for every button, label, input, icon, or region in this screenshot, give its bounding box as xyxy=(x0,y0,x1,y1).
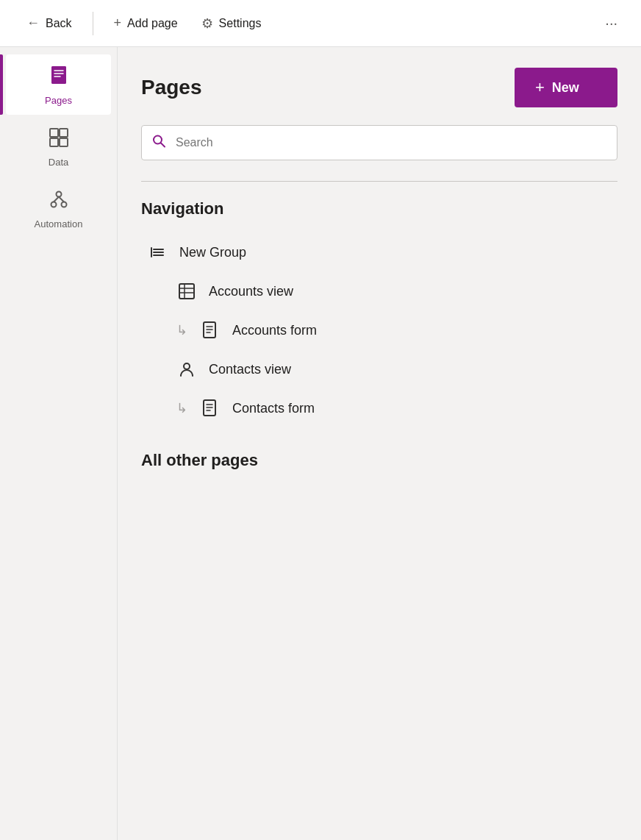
nav-item-contacts-form[interactable]: ↳ Contacts form xyxy=(141,389,617,427)
contacts-form-icon xyxy=(200,399,221,417)
automation-icon xyxy=(48,188,70,216)
more-icon: ··· xyxy=(605,15,617,31)
settings-label: Settings xyxy=(219,17,262,30)
settings-button[interactable]: ⚙ Settings xyxy=(193,10,271,38)
navigation-group: New Group Accounts view ↳ xyxy=(141,233,617,427)
svg-rect-2 xyxy=(50,129,58,137)
nav-item-contacts-form-label: Contacts form xyxy=(232,401,315,416)
svg-rect-4 xyxy=(50,138,58,146)
contacts-view-icon xyxy=(176,360,197,379)
sidebar-item-pages-label: Pages xyxy=(45,95,72,106)
new-button[interactable]: + New xyxy=(515,68,617,107)
nav-item-accounts-form[interactable]: ↳ Accounts form xyxy=(141,311,617,349)
sub-arrow-accounts: ↳ xyxy=(176,322,187,338)
list-icon xyxy=(147,243,168,261)
back-label: Back xyxy=(46,17,72,30)
svg-point-25 xyxy=(184,363,190,369)
nav-item-contacts-view[interactable]: Contacts view xyxy=(141,349,617,389)
add-icon: + xyxy=(114,15,122,31)
sidebar-item-data[interactable]: Data xyxy=(6,118,111,177)
pages-icon xyxy=(47,63,71,92)
page-title: Pages xyxy=(141,76,202,99)
accounts-form-icon xyxy=(200,321,221,339)
all-other-pages-title: All other pages xyxy=(141,451,617,470)
main-layout: Pages Data xyxy=(0,47,641,840)
svg-rect-5 xyxy=(60,138,68,146)
new-button-label: New xyxy=(552,80,579,96)
svg-point-8 xyxy=(56,192,61,197)
search-container xyxy=(141,125,617,160)
add-page-button[interactable]: + Add page xyxy=(105,10,187,37)
data-icon xyxy=(48,127,70,154)
add-page-label: Add page xyxy=(127,17,178,30)
svg-point-7 xyxy=(61,202,66,207)
back-icon: ← xyxy=(26,15,40,31)
all-other-pages-section: All other pages xyxy=(141,451,617,470)
more-button[interactable]: ··· xyxy=(599,9,623,38)
sidebar-item-data-label: Data xyxy=(49,157,68,168)
svg-line-9 xyxy=(54,197,59,202)
section-divider xyxy=(141,181,617,182)
content-area: Pages + New Navigation xyxy=(118,47,641,840)
sidebar: Pages Data xyxy=(0,47,118,840)
nav-item-new-group[interactable]: New Group xyxy=(141,233,617,271)
nav-item-accounts-view[interactable]: Accounts view xyxy=(141,271,617,311)
gear-icon: ⚙ xyxy=(201,15,213,32)
sidebar-item-automation[interactable]: Automation xyxy=(6,179,111,238)
back-button[interactable]: ← Back xyxy=(18,10,81,37)
nav-item-accounts-form-label: Accounts form xyxy=(232,323,317,338)
toolbar: ← Back + Add page ⚙ Settings ··· xyxy=(0,0,641,47)
sub-arrow-contacts: ↳ xyxy=(176,400,187,416)
search-input[interactable] xyxy=(141,125,617,160)
svg-rect-1 xyxy=(51,66,66,84)
svg-line-10 xyxy=(59,197,64,202)
nav-item-contacts-view-label: Contacts view xyxy=(209,362,291,377)
content-header: Pages + New xyxy=(141,68,617,107)
navigation-section-title: Navigation xyxy=(141,199,617,218)
new-plus-icon: + xyxy=(535,78,545,97)
svg-point-6 xyxy=(51,202,56,207)
svg-rect-3 xyxy=(60,129,68,137)
accounts-view-icon xyxy=(176,282,197,301)
sidebar-item-automation-label: Automation xyxy=(35,218,83,229)
nav-item-new-group-label: New Group xyxy=(179,245,246,260)
sidebar-item-pages[interactable]: Pages xyxy=(6,54,111,115)
nav-item-accounts-view-label: Accounts view xyxy=(209,284,293,299)
toolbar-divider xyxy=(93,12,93,35)
svg-rect-17 xyxy=(179,284,194,299)
